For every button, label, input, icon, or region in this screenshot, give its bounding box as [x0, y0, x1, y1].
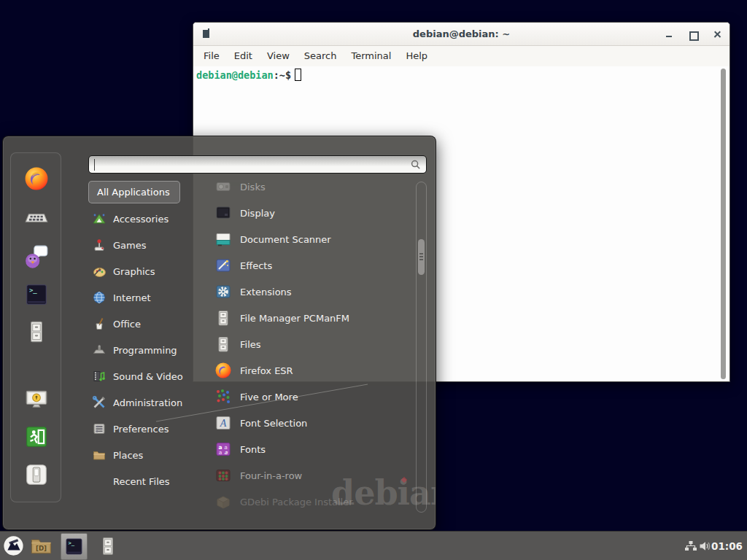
app-disks[interactable]: Disks	[209, 174, 413, 200]
category-internet[interactable]: Internet	[88, 284, 198, 311]
network-status-icon[interactable]	[684, 540, 697, 552]
category-recent-files[interactable]: Recent Files	[88, 468, 198, 494]
favorite-log-out[interactable]	[24, 424, 49, 449]
terminal-menubar: File Edit View Search Terminal Help	[193, 46, 729, 66]
application-menu: debian	[2, 136, 436, 530]
file-manager-launcher[interactable]	[98, 536, 117, 556]
file-cabinet-icon	[214, 335, 232, 353]
favorite-file-manager[interactable]	[24, 319, 49, 344]
favorite-terminal[interactable]: >_	[24, 282, 49, 307]
terminal-scrollbar[interactable]	[721, 69, 726, 379]
menu-edit[interactable]: Edit	[227, 46, 260, 66]
administration-icon	[92, 395, 107, 410]
app-font-selection[interactable]: A Font Selection	[209, 410, 413, 436]
prompt-path: :~$	[274, 69, 291, 81]
app-four-in-a-row[interactable]: Four-in-a-row	[209, 462, 413, 489]
display-icon	[214, 204, 232, 222]
app-extensions[interactable]: Extensions	[209, 279, 413, 305]
app-effects[interactable]: Effects	[209, 252, 413, 279]
firefox-icon	[214, 362, 232, 379]
internet-icon	[92, 290, 107, 305]
app-files[interactable]: Files	[209, 331, 413, 357]
places-icon	[92, 448, 107, 462]
folder-icon: [D]	[30, 535, 53, 556]
app-list-scrollbar-thumb[interactable]	[418, 239, 425, 275]
firefox-icon	[24, 166, 49, 191]
menu-search[interactable]: Search	[297, 46, 344, 66]
favorite-keyboard[interactable]	[24, 206, 49, 230]
gdebi-icon	[214, 493, 232, 510]
office-icon	[92, 316, 107, 331]
category-list: All Applications Accessories Games Graph…	[88, 181, 198, 494]
category-places[interactable]: Places	[88, 442, 198, 468]
log-out-icon	[24, 424, 49, 449]
app-gdebi-package-installer[interactable]: GDebi Package Installer	[209, 489, 413, 515]
category-accessories[interactable]: Accessories	[88, 206, 198, 232]
volume-icon[interactable]	[699, 540, 711, 552]
category-office[interactable]: Office	[88, 311, 198, 337]
terminal-task-button[interactable]: >_	[61, 533, 88, 560]
menu-button[interactable]	[3, 535, 24, 556]
file-cabinet-icon	[98, 536, 117, 556]
preferences-icon	[92, 421, 107, 436]
app-firefox-esr[interactable]: Firefox ESR	[209, 357, 413, 384]
favorite-shut-down[interactable]	[24, 462, 49, 487]
menu-terminal[interactable]: Terminal	[344, 46, 398, 66]
svg-text:A: A	[220, 418, 227, 429]
terminal-window-title: debian@debian: ~	[193, 23, 729, 46]
pidgin-icon	[24, 244, 49, 269]
category-all-applications[interactable]: All Applications	[88, 181, 180, 203]
category-administration[interactable]: Administration	[88, 389, 198, 416]
svg-text:a: a	[219, 449, 222, 456]
favorite-lock-screen[interactable]	[24, 386, 49, 411]
app-file-manager-pcmanfm[interactable]: File Manager PCManFM	[209, 305, 413, 331]
minimize-button[interactable]	[663, 28, 675, 40]
app-document-scanner[interactable]: Document Scanner	[209, 226, 413, 252]
favorite-firefox[interactable]	[24, 166, 49, 191]
application-list: Disks Display Document Scanner Effects	[209, 174, 413, 515]
app-five-or-more[interactable]: Five or More	[209, 384, 413, 410]
terminal-icon: >_	[64, 537, 84, 556]
app-display[interactable]: Display	[209, 200, 413, 226]
effects-icon	[214, 257, 232, 274]
terminal-icon: >_	[24, 282, 49, 307]
category-games[interactable]: Games	[88, 232, 198, 258]
menu-help[interactable]: Help	[398, 46, 435, 66]
maximize-button[interactable]	[687, 28, 699, 40]
menu-view[interactable]: View	[260, 46, 297, 66]
taskbar: [D] >_	[0, 531, 747, 560]
app-list-scrollbar-track[interactable]	[416, 182, 427, 513]
keyboard-icon	[24, 206, 49, 230]
folder-badge: [D]	[36, 545, 47, 552]
app-fonts[interactable]: aaaa Fonts	[209, 436, 413, 462]
games-icon	[92, 238, 107, 252]
file-cabinet-icon	[214, 309, 232, 327]
category-programming[interactable]: Programming	[88, 337, 198, 363]
search-input[interactable]	[88, 155, 427, 174]
graphics-icon	[92, 264, 107, 279]
svg-text:>_: >_	[68, 540, 74, 546]
terminal-titlebar[interactable]: debian@debian: ~	[193, 23, 729, 46]
file-cabinet-icon	[24, 319, 49, 344]
favorite-pidgin[interactable]	[24, 244, 49, 269]
menu-logo-icon	[3, 535, 24, 556]
search-icon	[411, 160, 421, 170]
terminal-cursor	[295, 69, 301, 81]
clock[interactable]: 01:06	[711, 532, 743, 560]
programming-icon	[92, 343, 107, 357]
shell-prompt: debian@debian:~$	[196, 69, 301, 81]
category-graphics[interactable]: Graphics	[88, 258, 198, 284]
accessories-icon	[92, 211, 107, 226]
svg-text:>_: >_	[29, 287, 37, 294]
extensions-icon	[214, 283, 232, 300]
five-or-more-icon	[214, 388, 232, 405]
lock-screen-icon	[24, 386, 49, 411]
prompt-user: debian@debian	[196, 69, 274, 81]
close-button[interactable]	[711, 28, 723, 40]
category-preferences[interactable]: Preferences	[88, 416, 198, 442]
menu-file[interactable]: File	[196, 46, 227, 66]
document-scanner-icon	[214, 230, 232, 248]
desktop-folder-launcher[interactable]: [D]	[30, 535, 53, 556]
search-caret	[94, 159, 95, 171]
category-sound-video[interactable]: Sound & Video	[88, 363, 198, 389]
